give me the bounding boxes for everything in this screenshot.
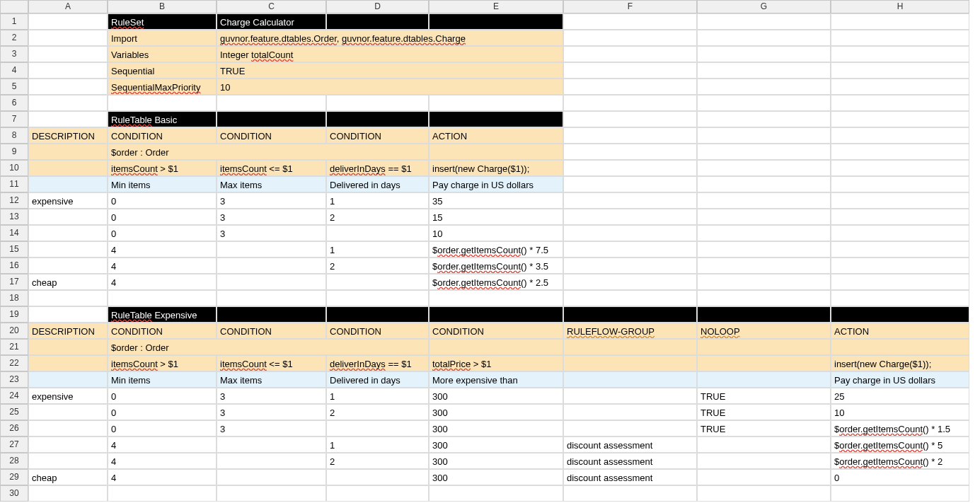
row-header-15[interactable]: 15 bbox=[0, 241, 28, 258]
cell-H2[interactable] bbox=[831, 30, 969, 46]
column-header-G[interactable]: G bbox=[697, 0, 831, 13]
cell-E30[interactable] bbox=[429, 485, 563, 502]
row-header-1[interactable]: 1 bbox=[0, 13, 28, 30]
cell-F6[interactable] bbox=[563, 95, 697, 111]
cell-D27[interactable]: 1 bbox=[326, 436, 429, 453]
cell-C11[interactable]: Max items bbox=[217, 176, 326, 192]
cell-H25[interactable]: 10 bbox=[831, 404, 969, 420]
cell-G16[interactable] bbox=[697, 258, 831, 274]
cell-D17[interactable] bbox=[326, 274, 429, 290]
cell-H4[interactable] bbox=[831, 62, 969, 79]
cell-A19[interactable] bbox=[28, 306, 108, 323]
cell-C8[interactable]: CONDITION bbox=[217, 127, 326, 144]
cell-A12[interactable]: expensive bbox=[28, 192, 108, 209]
cell-F7[interactable] bbox=[563, 111, 697, 127]
cell-C3[interactable]: Integer totalCount bbox=[217, 46, 563, 62]
cell-B17[interactable]: 4 bbox=[108, 274, 217, 290]
column-header-C[interactable]: C bbox=[217, 0, 326, 13]
cell-C13[interactable]: 3 bbox=[217, 209, 326, 225]
cell-B22[interactable]: itemsCount > $1 bbox=[108, 355, 217, 371]
cell-F5[interactable] bbox=[563, 79, 697, 95]
cell-C6[interactable] bbox=[217, 95, 326, 111]
row-header-4[interactable]: 4 bbox=[0, 62, 28, 79]
cell-H30[interactable] bbox=[831, 485, 969, 502]
cell-B30[interactable] bbox=[108, 485, 217, 502]
cell-A22[interactable] bbox=[28, 355, 108, 371]
cell-H10[interactable] bbox=[831, 160, 969, 176]
cell-H23[interactable]: Pay charge in US dollars bbox=[831, 371, 969, 388]
cell-C2[interactable]: guvnor.feature.dtables.Order, guvnor.fea… bbox=[217, 30, 563, 46]
cell-A17[interactable]: cheap bbox=[28, 274, 108, 290]
column-header-F[interactable]: F bbox=[563, 0, 697, 13]
cell-A21[interactable] bbox=[28, 339, 108, 355]
cell-A6[interactable] bbox=[28, 95, 108, 111]
cell-A25[interactable] bbox=[28, 404, 108, 420]
cell-B13[interactable]: 0 bbox=[108, 209, 217, 225]
cell-G10[interactable] bbox=[697, 160, 831, 176]
cell-F22[interactable] bbox=[563, 355, 697, 371]
cell-D22[interactable]: deliverInDays == $1 bbox=[326, 355, 429, 371]
cell-H27[interactable]: $order.getItemsCount() * 5 bbox=[831, 436, 969, 453]
cell-G20[interactable]: NOLOOP bbox=[697, 323, 831, 339]
cell-H26[interactable]: $order.getItemsCount() * 1.5 bbox=[831, 420, 969, 436]
cell-B16[interactable]: 4 bbox=[108, 258, 217, 274]
cell-H16[interactable] bbox=[831, 258, 969, 274]
cell-B5[interactable]: SequentialMaxPriority bbox=[108, 79, 217, 95]
cell-H7[interactable] bbox=[831, 111, 969, 127]
cell-F11[interactable] bbox=[563, 176, 697, 192]
cell-F14[interactable] bbox=[563, 225, 697, 241]
row-header-2[interactable]: 2 bbox=[0, 30, 28, 46]
cell-A16[interactable] bbox=[28, 258, 108, 274]
cell-A15[interactable] bbox=[28, 241, 108, 258]
cell-G25[interactable]: TRUE bbox=[697, 404, 831, 420]
cell-E13[interactable]: 15 bbox=[429, 209, 563, 225]
cell-F9[interactable] bbox=[563, 144, 697, 160]
cell-D24[interactable]: 1 bbox=[326, 388, 429, 404]
cell-D26[interactable] bbox=[326, 420, 429, 436]
cell-B19[interactable]: RuleTable Expensive bbox=[108, 306, 217, 323]
cell-H18[interactable] bbox=[831, 290, 969, 306]
cell-D16[interactable]: 2 bbox=[326, 258, 429, 274]
cell-C5[interactable]: 10 bbox=[217, 79, 563, 95]
cell-F26[interactable] bbox=[563, 420, 697, 436]
cell-D1[interactable] bbox=[326, 13, 429, 30]
cell-H6[interactable] bbox=[831, 95, 969, 111]
cell-H9[interactable] bbox=[831, 144, 969, 160]
cell-A26[interactable] bbox=[28, 420, 108, 436]
cell-D20[interactable]: CONDITION bbox=[326, 323, 429, 339]
cell-D11[interactable]: Delivered in days bbox=[326, 176, 429, 192]
cell-B6[interactable] bbox=[108, 95, 217, 111]
cell-H3[interactable] bbox=[831, 46, 969, 62]
row-header-17[interactable]: 17 bbox=[0, 274, 28, 290]
cell-A18[interactable] bbox=[28, 290, 108, 306]
row-header-9[interactable]: 9 bbox=[0, 144, 28, 160]
cell-F17[interactable] bbox=[563, 274, 697, 290]
cell-H11[interactable] bbox=[831, 176, 969, 192]
cell-B20[interactable]: CONDITION bbox=[108, 323, 217, 339]
cell-H21[interactable] bbox=[831, 339, 969, 355]
cell-E6[interactable] bbox=[429, 95, 563, 111]
cell-G23[interactable] bbox=[697, 371, 831, 388]
cell-B27[interactable]: 4 bbox=[108, 436, 217, 453]
cell-A28[interactable] bbox=[28, 453, 108, 469]
cell-F1[interactable] bbox=[563, 13, 697, 30]
cell-B24[interactable]: 0 bbox=[108, 388, 217, 404]
row-header-26[interactable]: 26 bbox=[0, 420, 28, 436]
cell-A11[interactable] bbox=[28, 176, 108, 192]
cell-D14[interactable] bbox=[326, 225, 429, 241]
cell-F20[interactable]: RULEFLOW-GROUP bbox=[563, 323, 697, 339]
row-header-23[interactable]: 23 bbox=[0, 371, 28, 388]
cell-G28[interactable] bbox=[697, 453, 831, 469]
cell-H13[interactable] bbox=[831, 209, 969, 225]
cell-G22[interactable] bbox=[697, 355, 831, 371]
row-header-3[interactable]: 3 bbox=[0, 46, 28, 62]
cell-G14[interactable] bbox=[697, 225, 831, 241]
cell-F16[interactable] bbox=[563, 258, 697, 274]
cell-H8[interactable] bbox=[831, 127, 969, 144]
column-header-H[interactable]: H bbox=[831, 0, 969, 13]
cell-E7[interactable] bbox=[429, 111, 563, 127]
cell-G11[interactable] bbox=[697, 176, 831, 192]
column-header-D[interactable]: D bbox=[326, 0, 429, 13]
cell-H29[interactable]: 0 bbox=[831, 469, 969, 485]
cell-G17[interactable] bbox=[697, 274, 831, 290]
